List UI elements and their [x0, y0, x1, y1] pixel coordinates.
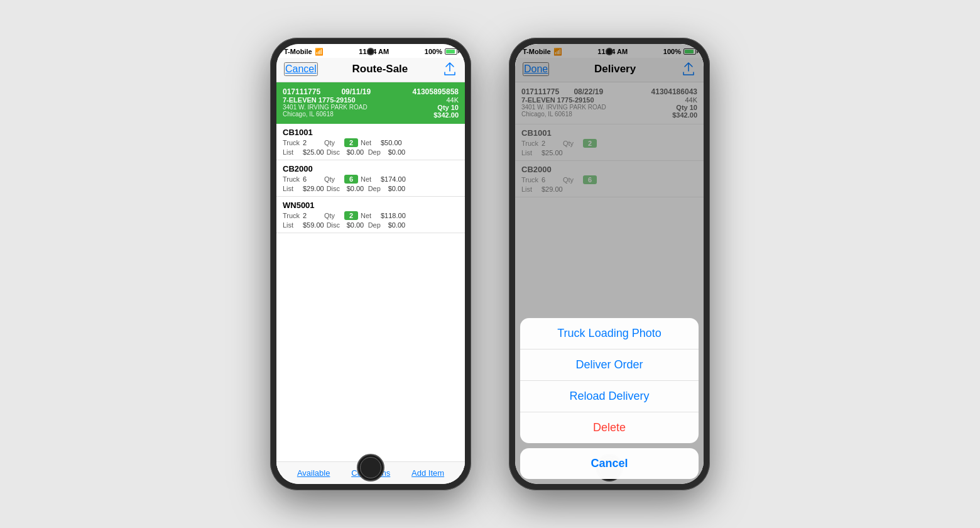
list-item: WN5001 Truck 2 Qty 2 Net $118.00 List $5… [276, 197, 465, 233]
battery-fill-1 [446, 50, 455, 53]
add-item-button[interactable]: Add Item [411, 468, 444, 478]
wifi-icon-1: 📶 [315, 48, 324, 56]
empty-space-1 [276, 233, 465, 283]
status-left-1: T-Mobile 📶 [284, 48, 324, 56]
status-bar-1: T-Mobile 📶 11:04 AM 100% [276, 44, 465, 58]
header-card-right-1: 41305895858 44K Qty 10 $342.00 [413, 87, 459, 119]
item-code-cb1001: CB1001 [283, 128, 459, 137]
size-1: 44K [413, 96, 459, 104]
item-row-2b: List $29.00 Disc $0.00 Dep $0.00 [283, 185, 459, 192]
deliver-order-button[interactable]: Deliver Order [520, 349, 699, 381]
battery-icon-1 [445, 48, 457, 55]
phone-2: T-Mobile 📶 11:04 AM 100% Done Delivery [509, 38, 710, 490]
item-code-wn5001: WN5001 [283, 201, 459, 210]
item-row-3b: List $59.00 Disc $0.00 Dep $0.00 [283, 221, 459, 229]
item-row-1b: List $25.00 Disc $0.00 Dep $0.00 [283, 148, 459, 156]
available-button[interactable]: Available [297, 468, 330, 478]
order-id-1: 017111775 09/11/19 [283, 87, 413, 96]
header-card-left-1: 017111775 09/11/19 7-ELEVEN 1775-29150 3… [283, 87, 413, 119]
qty-1: Qty 10 [413, 104, 459, 111]
item-row-1a: Truck 2 Qty 2 Net $50.00 [283, 138, 459, 147]
item-row-3a: Truck 2 Qty 2 Net $118.00 [283, 211, 459, 220]
phone-1: T-Mobile 📶 11:04 AM 100% Cancel Route-Sa… [270, 38, 471, 490]
screen-content-1: 017111775 09/11/19 7-ELEVEN 1775-29150 3… [276, 82, 465, 484]
action-sheet-overlay: Truck Loading Photo Deliver Order Reload… [515, 44, 704, 484]
qty-box-3: 2 [344, 211, 358, 220]
delete-button[interactable]: Delete [520, 412, 699, 443]
items-area-1: CB1001 Truck 2 Qty 2 Net $50.00 List $25… [276, 124, 465, 461]
item-code-cb2000: CB2000 [283, 164, 459, 173]
share-icon-1[interactable] [442, 62, 457, 77]
item-row-2a: Truck 6 Qty 6 Net $174.00 [283, 175, 459, 184]
store-city-1: Chicago, IL 60618 [283, 111, 413, 118]
action-sheet: Truck Loading Photo Deliver Order Reload… [520, 318, 699, 479]
list-item: CB2000 Truck 6 Qty 6 Net $174.00 List $2… [276, 160, 465, 197]
order-num-1: 41305895858 [413, 87, 459, 96]
store-address-1: 3401 W. IRVING PARK ROAD [283, 104, 413, 111]
action-cancel-button[interactable]: Cancel [520, 448, 699, 479]
status-right-1: 100% [425, 48, 457, 55]
list-item: CB1001 Truck 2 Qty 2 Net $50.00 List $25… [276, 124, 465, 160]
store-name-1: 7-ELEVEN 1775-29150 [283, 96, 413, 104]
cancel-button[interactable]: Cancel [284, 62, 318, 76]
truck-loading-photo-button[interactable]: Truck Loading Photo [520, 318, 699, 349]
qty-box-2: 6 [344, 175, 358, 184]
time-1: 11:04 AM [359, 48, 389, 55]
qty-box-1: 2 [344, 138, 358, 147]
nav-bar-1: Cancel Route-Sale [276, 58, 465, 82]
nav-title-1: Route-Sale [352, 63, 408, 75]
action-group: Truck Loading Photo Deliver Order Reload… [520, 318, 699, 443]
amount-1: $342.00 [413, 111, 459, 119]
reload-delivery-button[interactable]: Reload Delivery [520, 381, 699, 412]
carrier-1: T-Mobile [284, 48, 312, 55]
home-button-1[interactable] [357, 454, 384, 481]
header-card-1: 017111775 09/11/19 7-ELEVEN 1775-29150 3… [276, 82, 465, 124]
battery-pct-1: 100% [425, 48, 442, 55]
